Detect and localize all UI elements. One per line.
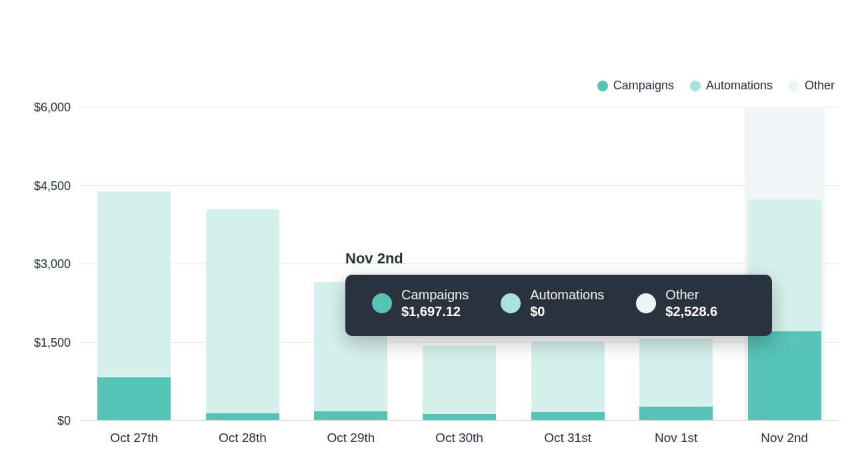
tooltip-item-campaigns: Campaigns $1,697.12 bbox=[372, 287, 469, 320]
bar-col[interactable]: Oct 30th bbox=[405, 107, 514, 420]
legend-label: Other bbox=[805, 79, 835, 93]
bar-segment-other bbox=[531, 341, 605, 413]
tooltip-value: $1,697.12 bbox=[401, 303, 469, 320]
ytick-label: $3,000 bbox=[34, 257, 71, 271]
bar-segment-campaigns bbox=[97, 377, 171, 420]
bar-segment-other bbox=[97, 191, 171, 377]
tooltip-item-other: Other $2,528.6 bbox=[636, 287, 717, 320]
tooltip-row: Campaigns $1,697.12 Automations $0 Other… bbox=[372, 287, 752, 320]
tooltip-swatch-campaigns bbox=[372, 293, 392, 313]
tooltip-title: Nov 2nd bbox=[345, 250, 403, 267]
bar-stack bbox=[531, 341, 605, 420]
bar-segment-campaigns bbox=[531, 412, 605, 420]
plot-area[interactable]: $6,000 $4,500 $3,000 $1,500 $0 Oct 27th bbox=[80, 107, 839, 420]
x-tick-label: Oct 30th bbox=[435, 431, 483, 445]
bar-stack bbox=[97, 191, 171, 420]
bar-col[interactable]: Oct 28th bbox=[189, 107, 297, 420]
bar-segment-other bbox=[206, 209, 279, 413]
bar-stack bbox=[206, 209, 279, 420]
legend-swatch-campaigns bbox=[597, 81, 608, 91]
chart-wrap: Campaigns Automations Other $6,000 $4,50… bbox=[0, 0, 868, 460]
bar-col[interactable]: Nov 2nd bbox=[730, 107, 839, 420]
bars-container: Oct 27th Oct 28th Oct 29th bbox=[80, 107, 839, 420]
bar-col[interactable]: Oct 27th bbox=[80, 107, 189, 420]
legend: Campaigns Automations Other bbox=[597, 79, 835, 93]
legend-item-other[interactable]: Other bbox=[789, 79, 835, 93]
x-tick-label: Oct 27th bbox=[110, 431, 158, 445]
legend-swatch-automations bbox=[690, 81, 701, 91]
x-tick-label: Nov 1st bbox=[655, 431, 697, 445]
legend-swatch-other bbox=[789, 81, 799, 91]
tooltip: Nov 2nd Campaigns $1,697.12 Automations … bbox=[345, 275, 772, 336]
tooltip-swatch-automations bbox=[501, 293, 521, 313]
bar-stack bbox=[639, 339, 713, 420]
x-tick-label: Oct 29th bbox=[327, 431, 375, 445]
ytick-label: $4,500 bbox=[34, 179, 71, 193]
tooltip-value: $2,528.6 bbox=[665, 303, 717, 320]
x-tick-label: Oct 31st bbox=[544, 431, 591, 445]
bar-segment-other bbox=[639, 339, 713, 407]
bar-col[interactable]: Nov 1st bbox=[622, 107, 731, 420]
bar-stack bbox=[423, 346, 496, 420]
legend-label: Campaigns bbox=[613, 79, 674, 93]
bar-segment-campaigns bbox=[206, 413, 279, 420]
tooltip-label: Automations bbox=[530, 287, 604, 303]
tooltip-label: Other bbox=[665, 287, 717, 303]
x-tick-label: Oct 28th bbox=[219, 431, 267, 445]
gridline-baseline: $0 bbox=[80, 420, 839, 421]
tooltip-value: $0 bbox=[530, 303, 604, 320]
bar-segment-other bbox=[423, 346, 496, 415]
ytick-label: $0 bbox=[57, 414, 71, 428]
x-tick-label: Nov 2nd bbox=[761, 431, 808, 445]
legend-item-campaigns[interactable]: Campaigns bbox=[597, 79, 674, 93]
bar-segment-campaigns bbox=[423, 414, 496, 420]
legend-label: Automations bbox=[706, 79, 773, 93]
ytick-label: $6,000 bbox=[34, 101, 71, 115]
bar-segment-campaigns bbox=[748, 331, 821, 420]
tooltip-label: Campaigns bbox=[401, 287, 469, 303]
bar-segment-campaigns bbox=[639, 407, 713, 420]
bar-col[interactable]: Oct 31st bbox=[513, 107, 622, 420]
bar-segment-campaigns bbox=[314, 411, 387, 420]
tooltip-swatch-other bbox=[636, 293, 656, 313]
ytick-label: $1,500 bbox=[34, 335, 71, 349]
tooltip-item-automations: Automations $0 bbox=[501, 287, 604, 320]
legend-item-automations[interactable]: Automations bbox=[690, 79, 773, 93]
